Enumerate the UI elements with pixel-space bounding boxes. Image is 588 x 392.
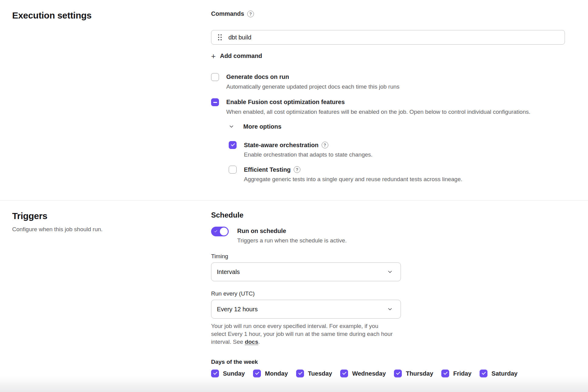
efficient-testing-checkbox[interactable]: [229, 166, 237, 174]
schedule-heading: Schedule: [211, 211, 565, 219]
day-label: Saturday: [491, 370, 518, 377]
state-aware-help-icon[interactable]: ?: [322, 142, 328, 148]
execution-settings-left: Execution settings: [12, 10, 211, 183]
efficient-testing-label: Efficient Testing: [244, 166, 291, 173]
efficient-testing-row: Efficient Testing ? Aggregate generic te…: [229, 165, 565, 183]
drag-handle-icon[interactable]: [218, 34, 222, 40]
run-every-select[interactable]: Every 12 hours: [211, 300, 401, 319]
day-label: Monday: [265, 370, 288, 377]
timing-select[interactable]: Intervals: [211, 262, 401, 281]
timing-label: Timing: [211, 253, 565, 260]
triggers-section: Triggers Configure when this job should …: [0, 200, 588, 377]
toggle-check-icon: [214, 229, 217, 232]
plus-icon: +: [211, 53, 216, 59]
day-item-sunday: Sunday: [211, 370, 245, 377]
day-checkbox-saturday[interactable]: [480, 370, 487, 377]
commands-help-icon[interactable]: ?: [247, 11, 254, 17]
run-every-help-text: Your job will run once every specified i…: [211, 322, 393, 346]
commands-label: Commands: [211, 10, 244, 17]
fusion-optimization-label: Enable Fusion cost optimization features: [226, 99, 345, 106]
day-label: Friday: [453, 370, 471, 377]
run-every-field: Run every (UTC) Every 12 hours Your job …: [211, 290, 565, 346]
execution-settings-section: Execution settings Commands ? dbt build …: [0, 0, 588, 200]
day-item-monday: Monday: [253, 370, 288, 377]
efficient-testing-description: Aggregate generic tests into a single qu…: [244, 176, 462, 183]
day-item-wednesday: Wednesday: [340, 370, 386, 377]
triggers-content: Schedule Run on schedule Triggers a run …: [211, 211, 565, 377]
day-checkbox-sunday[interactable]: [211, 370, 219, 377]
day-label: Sunday: [223, 370, 245, 377]
bottom-fade-overlay: [0, 376, 588, 392]
day-item-tuesday: Tuesday: [296, 370, 332, 377]
fusion-optimization-description: When enabled, all cost optimization feat…: [226, 109, 530, 115]
run-every-value: Every 12 hours: [217, 306, 258, 313]
toggle-knob: [220, 228, 228, 235]
state-aware-row: State-aware orchestration ? Enable orche…: [229, 141, 565, 158]
state-aware-description: Enable orchestration that adapts to stat…: [244, 151, 373, 158]
execution-settings-content: Commands ? dbt build + Add command Gener…: [211, 10, 565, 183]
timing-field: Timing Intervals: [211, 253, 565, 281]
day-label: Tuesday: [308, 370, 332, 377]
job-settings-page: Execution settings Commands ? dbt build …: [0, 0, 588, 392]
triggers-left: Triggers Configure when this job should …: [12, 211, 211, 377]
chevron-down-icon: [387, 269, 393, 275]
run-every-label: Run every (UTC): [211, 290, 565, 297]
fusion-optimization-row: Enable Fusion cost optimization features…: [211, 98, 565, 115]
generate-docs-row: Generate docs on run Automatically gener…: [211, 73, 565, 90]
day-checkbox-wednesday[interactable]: [340, 370, 348, 377]
day-item-thursday: Thursday: [394, 370, 433, 377]
generate-docs-label: Generate docs on run: [226, 73, 289, 80]
command-input[interactable]: dbt build: [211, 30, 565, 45]
run-on-schedule-label: Run on schedule: [237, 228, 286, 235]
generate-docs-description: Automatically generate updated project d…: [226, 83, 399, 90]
triggers-subtitle: Configure when this job should run.: [12, 226, 211, 233]
more-options-toggle[interactable]: More options: [229, 123, 282, 130]
timing-value: Intervals: [217, 269, 240, 275]
day-checkbox-friday[interactable]: [441, 370, 449, 377]
generate-docs-checkbox[interactable]: [211, 73, 219, 81]
triggers-title: Triggers: [12, 211, 211, 221]
run-on-schedule-row: Run on schedule Triggers a run when the …: [211, 227, 565, 244]
days-of-week-label: Days of the week: [211, 359, 565, 365]
chevron-down-icon: [229, 124, 234, 129]
state-aware-label: State-aware orchestration: [244, 142, 319, 149]
execution-settings-title: Execution settings: [12, 10, 211, 21]
day-item-friday: Friday: [441, 370, 471, 377]
add-command-label: Add command: [220, 52, 262, 59]
command-value[interactable]: dbt build: [228, 34, 251, 41]
fusion-optimization-checkbox[interactable]: [211, 98, 219, 106]
docs-link[interactable]: docs: [245, 339, 258, 345]
efficient-testing-help-icon[interactable]: ?: [294, 166, 300, 173]
commands-label-row: Commands ?: [211, 10, 565, 17]
day-checkbox-thursday[interactable]: [394, 370, 402, 377]
day-checkbox-tuesday[interactable]: [296, 370, 304, 377]
run-on-schedule-toggle[interactable]: [211, 227, 229, 236]
add-command-button[interactable]: + Add command: [211, 52, 262, 59]
run-on-schedule-description: Triggers a run when the schedule is acti…: [237, 237, 347, 244]
days-of-week-row: SundayMondayTuesdayWednesdayThursdayFrid…: [211, 370, 565, 377]
day-label: Wednesday: [352, 370, 386, 377]
day-label: Thursday: [406, 370, 433, 377]
day-item-saturday: Saturday: [480, 370, 518, 377]
more-options-label: More options: [243, 123, 282, 130]
state-aware-checkbox[interactable]: [229, 141, 237, 149]
chevron-down-icon: [387, 306, 393, 312]
day-checkbox-monday[interactable]: [253, 370, 261, 377]
